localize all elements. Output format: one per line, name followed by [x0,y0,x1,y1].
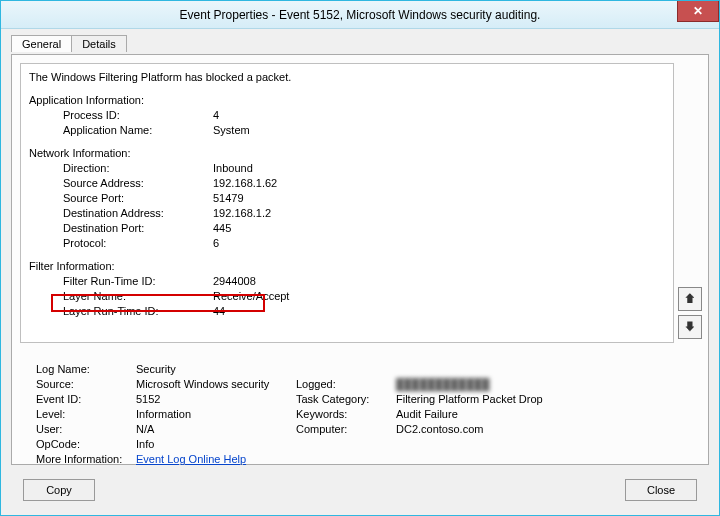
dst-port-value: 445 [213,222,231,234]
layer-value: Receive/Accept [213,290,289,302]
tab-strip: GeneralDetails [11,34,709,54]
event-description: The Windows Filtering Platform has block… [20,63,674,343]
task-cat-label: Task Category: [296,393,396,405]
filter-rt-label: Filter Run-Time ID: [63,274,213,289]
source-value: Microsoft Windows security [136,378,296,390]
tab-details[interactable]: Details [71,35,127,52]
keywords-label: Keywords: [296,408,396,420]
event-metadata: Log Name: Security Source: Microsoft Win… [20,355,700,456]
src-addr-value: 192.168.1.62 [213,177,277,189]
close-button[interactable]: Close [625,479,697,501]
prev-event-button[interactable]: 🡅 [678,287,702,311]
src-port-label: Source Port: [63,191,213,206]
close-icon: ✕ [693,4,703,18]
net-info-header: Network Information: [29,146,665,161]
copy-button[interactable]: Copy [23,479,95,501]
process-id-value: 4 [213,109,219,121]
tab-general[interactable]: General [11,35,72,52]
opcode-value: Info [136,438,296,450]
dst-addr-label: Destination Address: [63,206,213,221]
dialog-button-row: Copy Close [11,471,709,505]
dst-addr-value: 192.168.1.2 [213,207,271,219]
user-label: User: [36,423,136,435]
source-label: Source: [36,378,136,390]
arrow-up-icon: 🡅 [684,292,696,306]
titlebar: Event Properties - Event 5152, Microsoft… [1,1,719,29]
more-info-label: More Information: [36,453,136,465]
src-addr-label: Source Address: [63,176,213,191]
window-close-button[interactable]: ✕ [677,1,719,22]
event-log-help-link[interactable]: Event Log Online Help [136,453,296,465]
level-value: Information [136,408,296,420]
event-id-label: Event ID: [36,393,136,405]
task-cat-value: Filtering Platform Packet Drop [396,393,684,405]
direction-value: Inbound [213,162,253,174]
app-name-value: System [213,124,250,136]
logged-value: ████████████ [396,378,684,390]
src-port-value: 51479 [213,192,244,204]
logged-label: Logged: [296,378,396,390]
computer-value: DC2.contoso.com [396,423,684,435]
direction-label: Direction: [63,161,213,176]
window-title: Event Properties - Event 5152, Microsoft… [180,8,541,22]
event-id-value: 5152 [136,393,296,405]
summary-text: The Windows Filtering Platform has block… [29,70,665,85]
next-event-button[interactable]: 🡇 [678,315,702,339]
log-name-label: Log Name: [36,363,136,375]
tab-body-general: The Windows Filtering Platform has block… [11,54,709,465]
layer-rt-label: Layer Run-Time ID: [63,304,213,319]
app-info-header: Application Information: [29,93,665,108]
log-name-value: Security [136,363,296,375]
layer-label: Layer Name: [63,289,213,304]
event-properties-window: Event Properties - Event 5152, Microsoft… [0,0,720,516]
app-name-label: Application Name: [63,123,213,138]
user-value: N/A [136,423,296,435]
filter-info-header: Filter Information: [29,259,665,274]
keywords-value: Audit Failure [396,408,684,420]
opcode-label: OpCode: [36,438,136,450]
arrow-down-icon: 🡇 [684,320,696,334]
layer-rt-value: 44 [213,305,225,317]
client-area: GeneralDetails The Windows Filtering Pla… [11,34,709,505]
computer-label: Computer: [296,423,396,435]
process-id-label: Process ID: [63,108,213,123]
filter-rt-value: 2944008 [213,275,256,287]
proto-value: 6 [213,237,219,249]
proto-label: Protocol: [63,236,213,251]
level-label: Level: [36,408,136,420]
dst-port-label: Destination Port: [63,221,213,236]
